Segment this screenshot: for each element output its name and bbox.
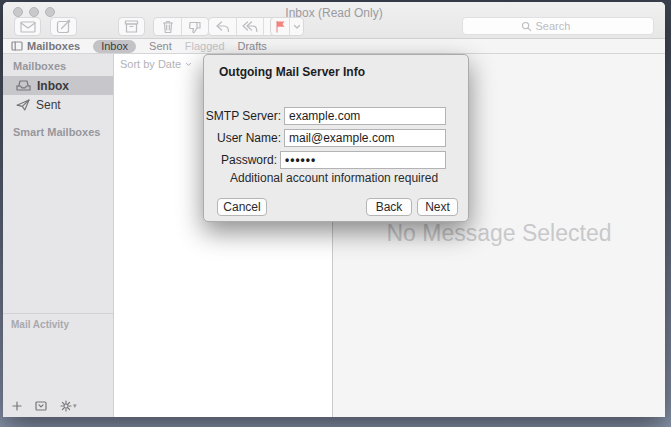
sidebar: Mailboxes Inbox Sent Smart Mailboxes Mai… [3, 54, 114, 417]
favorites-bar: Mailboxes Inbox Sent Flagged Drafts [3, 39, 665, 54]
smtp-server-row: SMTP Server: [204, 107, 468, 125]
chevron-down-icon [185, 62, 192, 67]
user-name-label: User Name: [204, 131, 281, 145]
dialog-form: SMTP Server: User Name: Password: [204, 107, 468, 173]
paper-plane-icon [16, 99, 30, 111]
mailboxes-toggle[interactable]: Mailboxes [11, 40, 80, 52]
password-input[interactable] [280, 151, 446, 169]
trash-junk-group [153, 17, 209, 36]
inbox-tray-icon [16, 80, 31, 91]
cancel-button[interactable]: Cancel [217, 198, 267, 216]
mail-app-window: Inbox (Read Only) [3, 2, 665, 417]
add-mailbox-plus-icon[interactable] [12, 401, 22, 411]
action-menu[interactable]: ▾ [60, 400, 77, 412]
trash-button[interactable] [154, 18, 181, 35]
dialog-title: Outgoing Mail Server Info [219, 65, 468, 79]
sidebar-section-smart-mailboxes: Smart Mailboxes [3, 114, 113, 142]
next-button[interactable]: Next [417, 198, 458, 216]
sidebar-item-label: Inbox [37, 79, 69, 93]
password-label: Password: [204, 153, 277, 167]
no-message-selected-text: No Message Selected [386, 220, 611, 417]
trash-icon [162, 20, 174, 34]
sidebar-item-sent[interactable]: Sent [3, 95, 113, 114]
user-name-input[interactable] [284, 129, 446, 147]
search-input[interactable] [536, 20, 596, 32]
sidebar-bottom-bar: ▾ [12, 400, 77, 412]
smtp-server-input[interactable] [284, 107, 446, 125]
reply-button[interactable] [209, 18, 236, 35]
reply-all-button[interactable] [236, 18, 263, 35]
mail-activity-label: Mail Activity [3, 313, 113, 330]
reply-all-arrow-icon [242, 21, 258, 33]
flag-icon [275, 20, 286, 33]
gear-icon [60, 400, 72, 412]
sidebar-item-label: Sent [36, 98, 61, 112]
sort-label: Sort by Date [120, 58, 181, 70]
chevron-down-icon: ▾ [73, 402, 77, 410]
thumbs-down-icon [188, 20, 202, 34]
password-row: Password: [204, 151, 468, 169]
dialog-buttons: Cancel Back Next [204, 198, 468, 216]
favorite-drafts[interactable]: Drafts [238, 40, 267, 52]
user-name-row: User Name: [204, 129, 468, 147]
archive-box-icon [124, 20, 139, 33]
favorite-sent[interactable]: Sent [149, 40, 172, 52]
sidebar-panel-icon [11, 41, 23, 51]
archive-button[interactable] [118, 17, 145, 36]
get-mail-button[interactable] [14, 17, 41, 36]
mailboxes-label: Mailboxes [27, 40, 80, 52]
smtp-server-label: SMTP Server: [204, 109, 281, 123]
compose-button[interactable] [50, 17, 77, 36]
reply-arrow-icon [215, 21, 230, 33]
flag-button[interactable] [271, 18, 289, 35]
search-field[interactable] [462, 17, 654, 35]
favorite-flagged[interactable]: Flagged [185, 40, 225, 52]
sidebar-item-inbox[interactable]: Inbox [3, 76, 113, 95]
flag-group [270, 17, 304, 36]
flag-menu-button[interactable] [289, 18, 303, 35]
junk-button[interactable] [181, 18, 208, 35]
outgoing-mail-server-dialog: Outgoing Mail Server Info SMTP Server: U… [203, 54, 469, 222]
show-hide-square-chevron-icon[interactable] [35, 401, 47, 411]
chevron-down-icon [293, 24, 301, 30]
toolbar: Inbox (Read Only) [3, 2, 665, 39]
back-button[interactable]: Back [366, 198, 412, 216]
envelope-icon [20, 21, 36, 33]
search-icon [521, 21, 532, 32]
favorite-inbox[interactable]: Inbox [93, 40, 136, 53]
sidebar-section-mailboxes: Mailboxes [3, 54, 113, 76]
compose-icon [56, 19, 71, 34]
dialog-note: Additional account information required [230, 171, 438, 185]
